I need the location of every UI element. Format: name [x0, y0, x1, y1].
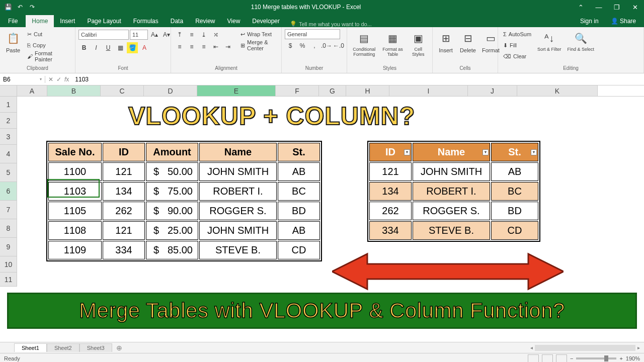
- cell[interactable]: 134: [103, 182, 145, 201]
- col-header[interactable]: J: [468, 85, 517, 96]
- italic-button[interactable]: [91, 42, 102, 53]
- cell[interactable]: AB: [278, 162, 320, 181]
- align-top-icon[interactable]: ⤒: [174, 29, 185, 40]
- increase-indent-icon[interactable]: ⇥: [222, 41, 233, 52]
- row-header[interactable]: 11: [0, 273, 17, 287]
- th2-st[interactable]: St.▾: [491, 143, 538, 161]
- row-header[interactable]: 9: [0, 238, 17, 256]
- copy-button[interactable]: Copy: [25, 40, 72, 50]
- autosum-button[interactable]: Σ AutoSum: [501, 29, 533, 39]
- cell[interactable]: 334: [369, 221, 412, 240]
- cell[interactable]: BD: [278, 202, 320, 220]
- ribbon-display-icon[interactable]: ⌃: [572, 0, 590, 14]
- cell[interactable]: BC: [491, 182, 538, 201]
- tab-file[interactable]: File: [2, 15, 24, 27]
- conditional-formatting-button[interactable]: ▤Conditional Formatting: [350, 29, 378, 58]
- add-sheet-button[interactable]: ⊕: [114, 344, 124, 352]
- undo-icon[interactable]: ↶: [16, 3, 24, 11]
- font-size-combo[interactable]: 11: [130, 30, 148, 40]
- enter-icon[interactable]: ✓: [56, 76, 61, 83]
- cell[interactable]: BC: [278, 182, 320, 201]
- cell[interactable]: $ 50.00: [146, 162, 198, 181]
- page-layout-view-icon[interactable]: [542, 354, 553, 363]
- filter-icon[interactable]: ▾: [531, 149, 537, 155]
- col-header[interactable]: K: [517, 85, 598, 96]
- cell[interactable]: JOHN SMITH: [413, 162, 490, 181]
- cell[interactable]: 1105: [48, 202, 102, 220]
- cell[interactable]: JOHN SMITH: [199, 162, 277, 181]
- format-painter-button[interactable]: Format Painter: [25, 51, 72, 61]
- tab-developer[interactable]: Developer: [246, 15, 286, 27]
- horizontal-scrollbar[interactable]: ◂▸: [530, 345, 644, 351]
- cell[interactable]: JOHN SMITH: [199, 221, 277, 240]
- cell[interactable]: $ 85.00: [146, 241, 198, 259]
- row-header[interactable]: 6: [0, 182, 17, 201]
- insert-cells-button[interactable]: ⊞Insert: [436, 29, 456, 54]
- fx-icon[interactable]: fx: [64, 76, 69, 83]
- cell[interactable]: ROGGER S.: [199, 202, 277, 220]
- align-right-icon[interactable]: ≡: [198, 41, 209, 52]
- sheet-tab-3[interactable]: Sheet3: [79, 343, 112, 352]
- zoom-out-button[interactable]: −: [570, 355, 573, 361]
- cell-styles-button[interactable]: ▣Cell Styles: [407, 29, 429, 58]
- cancel-icon[interactable]: ✕: [48, 76, 53, 83]
- row-header[interactable]: 8: [0, 219, 17, 238]
- cell[interactable]: ROGGER S.: [413, 202, 490, 220]
- merge-center-button[interactable]: ⊞ Merge & Center: [238, 40, 278, 50]
- row-header[interactable]: 1: [0, 97, 17, 113]
- col-header[interactable]: A: [17, 85, 47, 96]
- paste-button[interactable]: 📋 Paste: [3, 29, 23, 54]
- cell[interactable]: ROBERT I.: [199, 182, 277, 201]
- cell[interactable]: 121: [103, 221, 145, 240]
- col-header[interactable]: E: [197, 85, 276, 96]
- clear-button[interactable]: ⌫ Clear: [501, 51, 533, 61]
- name-box[interactable]: B6: [0, 76, 45, 83]
- format-as-table-button[interactable]: ▦Format as Table: [380, 29, 406, 58]
- tab-review[interactable]: Review: [189, 15, 221, 27]
- row-header[interactable]: 4: [0, 145, 17, 163]
- row-header[interactable]: 10: [0, 256, 17, 273]
- tab-page-layout[interactable]: Page Layout: [81, 15, 127, 27]
- cell[interactable]: 1109: [48, 241, 102, 259]
- wrap-text-button[interactable]: ↩ Wrap Text: [238, 29, 278, 39]
- increase-font-icon[interactable]: A▴: [149, 29, 160, 40]
- col-header[interactable]: F: [276, 85, 319, 96]
- cell[interactable]: ROBERT I.: [413, 182, 490, 201]
- cell[interactable]: 121: [103, 162, 145, 181]
- cell[interactable]: 1108: [48, 221, 102, 240]
- sign-in-link[interactable]: Sign in: [574, 15, 605, 27]
- cell[interactable]: STEVE B.: [199, 241, 277, 259]
- comma-icon[interactable]: ,: [309, 40, 320, 51]
- filter-icon[interactable]: ▾: [404, 149, 410, 155]
- delete-cells-button[interactable]: ⊟Delete: [458, 29, 478, 54]
- align-middle-icon[interactable]: ≡: [186, 29, 197, 40]
- zoom-in-button[interactable]: +: [619, 355, 622, 361]
- col-header[interactable]: G: [319, 85, 346, 96]
- increase-decimal-icon[interactable]: .0→: [321, 40, 332, 51]
- bold-button[interactable]: [78, 42, 90, 53]
- col-header[interactable]: B: [47, 85, 101, 96]
- find-select-button[interactable]: 🔍Find & Select: [566, 29, 597, 53]
- cell[interactable]: $ 90.00: [146, 202, 198, 220]
- tab-view[interactable]: View: [221, 15, 247, 27]
- cell[interactable]: CD: [278, 241, 320, 259]
- fill-color-button[interactable]: 🪣: [127, 42, 138, 53]
- maximize-button[interactable]: ❐: [608, 0, 626, 14]
- cell[interactable]: CD: [491, 221, 538, 240]
- row-header[interactable]: 3: [0, 129, 17, 145]
- cell[interactable]: 1100: [48, 162, 102, 181]
- col-header[interactable]: D: [144, 85, 197, 96]
- cell[interactable]: AB: [278, 221, 320, 240]
- cell[interactable]: BD: [491, 202, 538, 220]
- col-header[interactable]: C: [101, 85, 144, 96]
- redo-icon[interactable]: ↷: [28, 3, 36, 11]
- decrease-font-icon[interactable]: A▾: [161, 29, 172, 40]
- col-header[interactable]: H: [346, 85, 389, 96]
- cell[interactable]: 262: [369, 202, 412, 220]
- currency-icon[interactable]: $: [285, 40, 296, 51]
- cell[interactable]: $ 75.00: [146, 182, 198, 201]
- font-name-combo[interactable]: Calibri: [78, 30, 129, 40]
- tab-home[interactable]: Home: [26, 15, 54, 27]
- row-header[interactable]: 2: [0, 113, 17, 129]
- select-all-corner[interactable]: [0, 85, 17, 96]
